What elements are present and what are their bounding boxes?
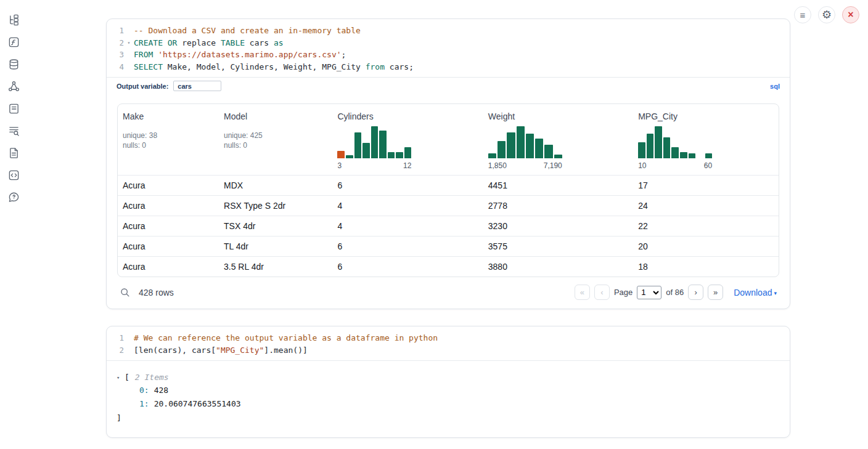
prev-page-button[interactable]: ‹ [594,285,610,300]
sql-code-editor[interactable]: 1-- Download a CSV and create an in-memo… [107,19,790,77]
histogram-bar [663,137,671,158]
code-line: 3FROM 'https://datasets.marimo.app/cars.… [107,49,790,61]
line-number: 2 [107,344,134,357]
logs-icon[interactable] [4,122,23,139]
column-stats: unique: 38nulls: 0 [123,131,215,150]
code-line: 4SELECT Make, Model, Cylinders, Weight, … [107,61,790,73]
histogram-bar [362,143,370,158]
snippets-icon[interactable] [4,166,23,184]
column-header[interactable]: Cylinders312 [332,104,483,175]
chat-icon[interactable] [4,188,23,206]
histogram-bar [526,134,534,158]
histogram-bar [379,131,387,158]
histogram-bar [655,126,662,158]
table-cell: Acura [118,237,219,256]
table-cell: 4451 [483,176,633,195]
table-cell: 24 [633,196,779,216]
table-cell: Acura [118,176,219,195]
chevron-down-icon: ▾ [774,290,777,296]
hamburger-menu-icon: ≡ [800,10,806,20]
table-body: AcuraMDX6445117AcuraRSX Type S 2dr427782… [118,175,779,277]
table-cell: TL 4dr [219,237,332,256]
table-cell: 22 [633,216,779,236]
table-cell: 20 [633,237,779,256]
gear-icon: ⚙ [822,8,832,22]
histogram-min-label: 10 [638,161,646,170]
histogram-bar [371,126,379,158]
shutdown-button[interactable]: × [842,6,859,23]
table-cell: 6 [332,176,483,195]
entry-key: 1: [139,399,149,408]
table-cell: 17 [633,176,779,195]
table-row: AcuraTSX 4dr4323022 [118,216,779,236]
histogram-min-label: 3 [337,161,342,170]
line-number: 3 [107,49,134,61]
table-row: AcuraTL 4dr6357520 [118,236,779,256]
column-label: Weight [488,111,629,121]
table-cell: 3880 [483,257,633,277]
output-variable-label: Output variable: [117,83,168,90]
code-line: 1# We can reference the output variable … [107,332,790,344]
last-page-button[interactable]: » [708,285,723,300]
code-line: 2[len(cars), cars["MPG_City"].mean()] [107,344,790,357]
table-footer: 428 rows « ‹ Page 1 of 86 › » Download ▾ [117,277,779,306]
histogram-bar [671,147,679,158]
entry-value: 20.060747663551403 [154,399,241,408]
table-cell: 6 [332,237,483,256]
output-variable-input[interactable] [173,81,221,91]
menu-button[interactable]: ≡ [794,6,811,23]
file-explorer-icon[interactable] [4,11,23,28]
table-cell: 3.5 RL 4dr [219,257,332,277]
histogram-bar [404,147,412,158]
close-bracket: ] [117,411,780,425]
page-label: Page [614,288,633,297]
next-page-button[interactable]: › [688,285,703,300]
column-stats: unique: 425nulls: 0 [224,131,329,150]
fold-toggle-icon[interactable]: ▾ [124,37,134,49]
scratchpad-icon[interactable] [4,100,23,117]
first-page-icon: « [580,288,584,297]
histogram-bar [497,141,506,158]
output-entry: 0:428 [139,384,780,397]
collapse-toggle-icon[interactable]: ▾ [117,371,125,384]
table-row: AcuraRSX Type S 2dr4277824 [118,195,779,216]
data-table: Makeunique: 38nulls: 0Modelunique: 425nu… [117,103,779,277]
histogram-bar [396,152,403,158]
variables-icon[interactable] [4,33,23,51]
table-cell: 6 [332,257,483,277]
datasources-icon[interactable] [4,55,23,73]
table-cell: TSX 4dr [219,216,332,236]
row-count: 428 rows [139,288,174,297]
line-number: 4 [107,61,134,73]
table-cell: 2778 [483,196,633,216]
column-header[interactable]: MPG_City1060 [633,104,779,175]
page-select[interactable]: 1 [637,286,661,299]
column-header[interactable]: Makeunique: 38nulls: 0 [118,104,219,175]
entry-value: 428 [154,386,168,395]
notebook: 1-- Download a CSV and create an in-memo… [106,18,790,438]
download-button[interactable]: Download ▾ [734,288,777,297]
search-icon[interactable] [120,287,130,297]
documentation-icon[interactable] [4,144,23,161]
histogram-bar [388,152,395,158]
table-header-row: Makeunique: 38nulls: 0Modelunique: 425nu… [118,104,779,175]
table-cell: Acura [118,196,219,216]
column-header[interactable]: Modelunique: 425nulls: 0 [219,104,332,175]
column-header[interactable]: Weight1,8507,190 [483,104,633,175]
table-cell: RSX Type S 2dr [219,196,332,216]
helper-panel-sidebar [0,11,27,206]
line-number: 1 [107,332,134,344]
python-code-editor[interactable]: 1# We can reference the output variable … [107,326,790,360]
items-count-label: 2 Items [135,371,169,384]
dependency-graph-icon[interactable] [4,78,23,95]
code-line: 1-- Download a CSV and create an in-memo… [107,25,790,37]
table-cell: MDX [219,176,332,195]
sql-cell-output: Makeunique: 38nulls: 0Modelunique: 425nu… [107,94,790,309]
prev-page-icon: ‹ [600,288,603,297]
table-cell: Acura [118,216,219,236]
output-entry: 1:20.060747663551403 [139,397,780,411]
first-page-button[interactable]: « [575,285,590,300]
language-badge: sql [770,83,780,90]
settings-button[interactable]: ⚙ [818,6,835,23]
column-histogram: 1060 [638,126,712,170]
